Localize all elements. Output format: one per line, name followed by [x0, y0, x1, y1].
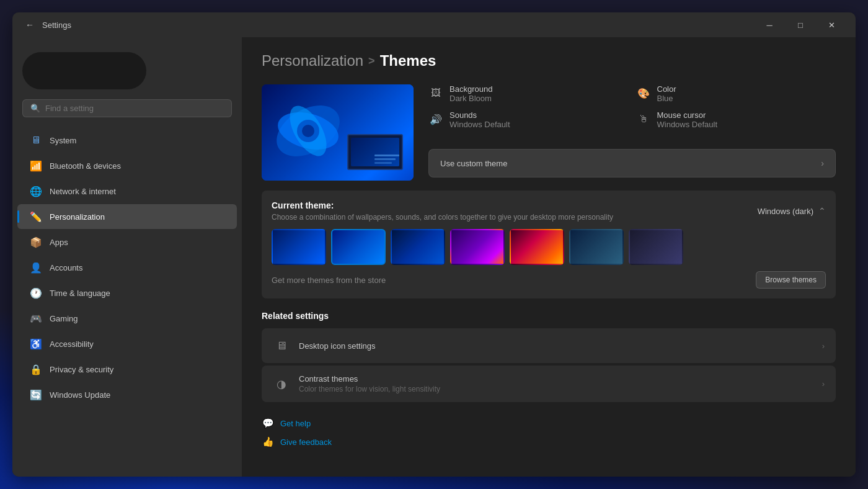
privacy-icon: 🔒: [30, 363, 42, 375]
cursor-icon: 🖱: [636, 112, 651, 127]
current-theme-section: Current theme: Choose a combination of w…: [262, 191, 836, 298]
avatar: [22, 52, 146, 89]
search-box[interactable]: 🔍: [22, 99, 232, 117]
footer-links: 💬 Get help 👍 Give feedback: [262, 417, 836, 448]
get-more-themes-text: Get more themes from the store: [272, 276, 386, 285]
theme-thumb-3[interactable]: [391, 229, 445, 265]
sidebar-item-label: Bluetooth & devices: [50, 161, 224, 171]
cursor-info: 🖱 Mouse cursor Windows Default: [636, 110, 836, 129]
background-info: 🖼 Background Dark Bloom: [428, 84, 629, 103]
get-help-icon: 💬: [262, 417, 274, 429]
theme-thumb-6[interactable]: [569, 229, 624, 265]
sidebar-item-label: Time & language: [50, 289, 224, 298]
current-theme-header[interactable]: Current theme: Choose a combination of w…: [272, 200, 826, 222]
window-title: Settings: [42, 20, 755, 30]
contrast-themes-title: Contrast themes: [299, 374, 813, 384]
close-button[interactable]: ✕: [817, 15, 846, 35]
chevron-up-icon: ⌃: [818, 206, 826, 216]
theme-preview-inner: [262, 84, 414, 181]
sidebar-item-label: Windows Update: [50, 390, 224, 400]
color-icon: 🎨: [636, 86, 651, 101]
give-feedback-label: Give feedback: [280, 437, 332, 447]
main-layout: 🔍 🖥 System 📶 Bluetooth & devices 🌐 Netwo…: [12, 37, 856, 477]
sidebar-item-label: Personalization: [50, 212, 224, 222]
contrast-themes-icon: ◑: [273, 375, 290, 393]
sidebar-item-bluetooth[interactable]: 📶 Bluetooth & devices: [17, 153, 237, 178]
contrast-themes-item[interactable]: ◑ Contrast themes Color themes for low v…: [262, 366, 836, 402]
sidebar-item-system[interactable]: 🖥 System: [17, 128, 237, 153]
breadcrumb-current: Themes: [380, 52, 436, 70]
sidebar-item-accounts[interactable]: 👤 Accounts: [17, 255, 237, 280]
breadcrumb-parent[interactable]: Personalization: [262, 52, 363, 70]
theme-thumb-4[interactable]: [450, 229, 505, 265]
color-value: Blue: [657, 94, 676, 103]
current-theme-name: Windows (dark): [758, 207, 813, 216]
get-more-themes-row: Get more themes from the store Browse th…: [272, 265, 826, 289]
cursor-text: Mouse cursor Windows Default: [657, 110, 718, 129]
sidebar-item-label: Accessibility: [50, 339, 224, 349]
contrast-themes-arrow-icon: ›: [822, 379, 825, 388]
personalization-icon: ✏️: [30, 210, 42, 223]
system-icon: 🖥: [30, 134, 42, 146]
window-controls: ─ □ ✕: [755, 15, 846, 35]
sounds-text: Sounds Windows Default: [450, 110, 510, 129]
theme-info-grid: 🖼 Background Dark Bloom 🎨 Color Blue: [428, 84, 836, 129]
sidebar-item-personalization[interactable]: ✏️ Personalization: [17, 204, 237, 229]
get-help-label: Get help: [280, 419, 311, 428]
cursor-label: Mouse cursor: [657, 110, 718, 120]
give-feedback-icon: 👍: [262, 436, 274, 448]
sounds-icon: 🔊: [428, 112, 443, 127]
sidebar-item-gaming[interactable]: 🎮 Gaming: [17, 306, 237, 331]
get-help-link[interactable]: 💬 Get help: [262, 417, 836, 429]
contrast-themes-subtitle: Color themes for low vision, light sensi…: [299, 385, 813, 393]
desktop-icon-settings-item[interactable]: 🖥 Desktop icon settings ›: [262, 328, 836, 363]
breadcrumb: Personalization > Themes: [262, 52, 836, 70]
custom-theme-button[interactable]: Use custom theme ›: [428, 149, 836, 177]
theme-thumb-2[interactable]: [331, 229, 386, 265]
color-text: Color Blue: [657, 84, 676, 103]
sidebar-item-accessibility[interactable]: ♿ Accessibility: [17, 331, 237, 356]
sidebar-item-privacy[interactable]: 🔒 Privacy & security: [17, 357, 237, 382]
minimize-button[interactable]: ─: [755, 15, 784, 35]
color-info: 🎨 Color Blue: [636, 84, 836, 103]
theme-info-panel: 🖼 Background Dark Bloom 🎨 Color Blue: [428, 84, 836, 181]
sidebar-item-apps[interactable]: 📦 Apps: [17, 230, 237, 254]
theme-bloom-svg: [265, 87, 352, 174]
current-theme-right: Windows (dark) ⌃: [758, 206, 826, 216]
network-icon: 🌐: [30, 185, 42, 197]
nav-menu: 🖥 System 📶 Bluetooth & devices 🌐 Network…: [12, 127, 242, 408]
sidebar-item-update[interactable]: 🔄 Windows Update: [17, 382, 237, 407]
contrast-themes-text: Contrast themes Color themes for low vis…: [299, 374, 813, 393]
search-input[interactable]: [45, 104, 224, 113]
back-button[interactable]: ←: [22, 17, 37, 32]
background-text: Background Dark Bloom: [450, 84, 492, 103]
browse-themes-button[interactable]: Browse themes: [756, 271, 826, 289]
theme-thumb-1[interactable]: [272, 229, 326, 265]
current-theme-title: Current theme:: [272, 200, 613, 210]
related-settings-section: Related settings 🖥 Desktop icon settings…: [262, 311, 836, 402]
restore-button[interactable]: □: [786, 15, 815, 35]
sidebar-item-time[interactable]: 🕐 Time & language: [17, 280, 237, 305]
theme-thumb-5[interactable]: [510, 229, 564, 265]
give-feedback-link[interactable]: 👍 Give feedback: [262, 436, 836, 448]
sidebar-item-network[interactable]: 🌐 Network & internet: [17, 179, 237, 204]
related-settings-title: Related settings: [262, 311, 836, 321]
time-icon: 🕐: [30, 287, 42, 299]
sidebar-item-label: Apps: [50, 238, 224, 247]
color-label: Color: [657, 84, 676, 94]
sounds-value: Windows Default: [450, 120, 510, 129]
sidebar-item-label: Accounts: [50, 263, 224, 272]
sounds-info: 🔊 Sounds Windows Default: [428, 110, 629, 129]
update-icon: 🔄: [30, 388, 42, 401]
sidebar-item-label: Network & internet: [50, 187, 224, 196]
theme-thumbnails: [272, 229, 826, 265]
user-avatar-area: [12, 47, 242, 99]
theme-thumb-7[interactable]: [629, 229, 683, 265]
accounts-icon: 👤: [30, 261, 42, 274]
sidebar-item-label: System: [50, 136, 224, 145]
settings-window: ← Settings ─ □ ✕ 🔍 🖥: [12, 12, 856, 477]
background-label: Background: [450, 84, 492, 94]
search-container: 🔍: [12, 99, 242, 127]
background-icon: 🖼: [428, 86, 443, 101]
current-theme-header-text: Current theme: Choose a combination of w…: [272, 200, 613, 222]
